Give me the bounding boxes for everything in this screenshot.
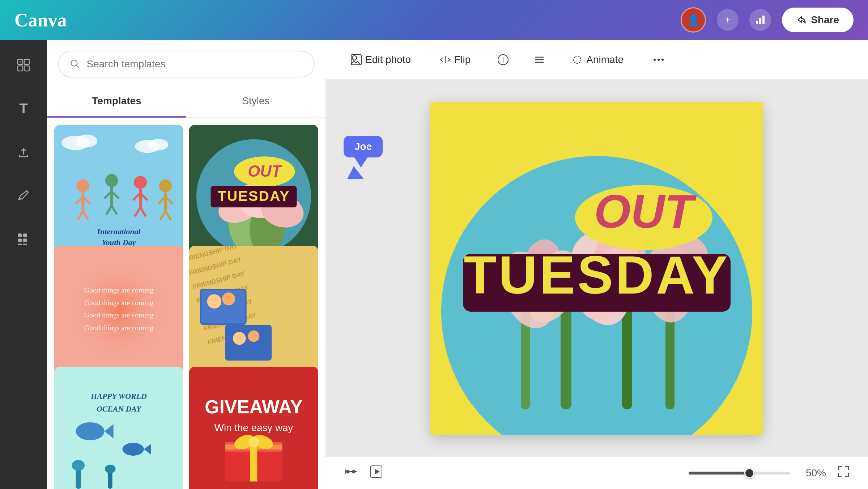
svg-point-106 — [658, 59, 660, 61]
svg-text:OCEAN DAY: OCEAN DAY — [97, 405, 142, 413]
search-bar — [47, 40, 326, 85]
edit-photo-button[interactable]: Edit photo — [344, 49, 418, 71]
svg-point-37 — [159, 180, 172, 193]
sidebar-item-text[interactable]: T — [9, 94, 38, 123]
svg-point-16 — [76, 135, 98, 148]
header: Canva 👤 + Share — [0, 0, 868, 40]
templates-panel: Templates Styles — [47, 40, 326, 489]
svg-rect-12 — [23, 244, 27, 245]
svg-point-18 — [148, 139, 169, 151]
zoom-bar: 50% — [689, 467, 826, 479]
svg-text:International: International — [97, 227, 141, 236]
svg-rect-9 — [18, 239, 22, 242]
play-icon[interactable] — [369, 464, 383, 482]
svg-rect-7 — [18, 233, 22, 237]
upload-icon — [17, 145, 30, 159]
search-input-wrap — [58, 51, 315, 77]
svg-point-83 — [72, 460, 85, 471]
menu-button[interactable] — [528, 49, 550, 71]
tab-templates[interactable]: Templates — [47, 85, 186, 117]
sidebar-item-apps[interactable] — [9, 224, 38, 253]
bottom-bar: 50% — [326, 456, 868, 489]
more-icon — [652, 54, 665, 66]
canvas-viewport: Joe — [326, 80, 868, 456]
svg-rect-4 — [24, 59, 29, 64]
svg-text:HAPPY WORLD: HAPPY WORLD — [90, 392, 147, 401]
template-good-things[interactable]: Good things are coming Good things are c… — [54, 246, 183, 375]
cursor-triangle — [347, 166, 364, 179]
flip-button[interactable]: Flip — [433, 49, 478, 71]
svg-rect-2 — [762, 16, 765, 24]
edit-photo-icon — [351, 54, 362, 65]
svg-point-80 — [122, 443, 144, 456]
svg-point-72 — [207, 294, 222, 309]
svg-text:Good things are coming: Good things are coming — [84, 311, 153, 319]
animate-button[interactable]: Animate — [565, 49, 631, 71]
zoom-track[interactable] — [689, 472, 790, 475]
svg-point-130 — [346, 470, 349, 473]
share-button[interactable]: Share — [782, 8, 854, 32]
svg-text:TUESDAY: TUESDAY — [218, 188, 290, 204]
svg-marker-133 — [375, 469, 380, 475]
svg-rect-11 — [18, 244, 22, 245]
template-ocean-day[interactable]: HAPPY WORLD OCEAN DAY — [54, 367, 183, 489]
info-icon — [497, 54, 509, 66]
template-tuesday-out[interactable]: OUT TUESDAY — [189, 125, 318, 254]
svg-point-73 — [222, 292, 235, 305]
svg-point-13 — [71, 60, 77, 66]
svg-point-85 — [105, 465, 116, 473]
main-canvas[interactable]: OUT TUESDAY — [430, 102, 763, 435]
svg-rect-1 — [759, 18, 761, 24]
sidebar-item-layout[interactable] — [9, 51, 38, 80]
sidebar-item-upload[interactable] — [9, 138, 38, 166]
svg-point-25 — [105, 174, 118, 187]
svg-point-76 — [248, 330, 260, 342]
svg-rect-77 — [54, 367, 183, 489]
sidebar: T — [0, 40, 47, 489]
svg-text:TUESDAY: TUESDAY — [464, 245, 730, 305]
stats-icon — [754, 14, 766, 26]
add-button[interactable]: + — [717, 9, 739, 31]
canva-logo: Canva — [14, 9, 67, 31]
svg-rect-84 — [108, 471, 112, 489]
template-youth-day[interactable]: International Youth Day — [54, 125, 183, 254]
zoom-label: 50% — [797, 467, 826, 479]
animate-icon — [572, 54, 583, 65]
sidebar-item-draw[interactable] — [9, 181, 38, 210]
svg-rect-74 — [225, 325, 272, 361]
search-icon — [69, 58, 81, 70]
timeline-icon[interactable] — [344, 464, 358, 482]
svg-point-57 — [69, 260, 169, 361]
share-icon — [796, 15, 807, 25]
svg-text:Win the easy way: Win the easy way — [214, 422, 293, 434]
info-button[interactable] — [492, 49, 514, 71]
svg-point-97 — [249, 437, 259, 447]
svg-rect-0 — [756, 21, 758, 24]
user-avatar[interactable]: 👤 — [681, 7, 706, 33]
toolbar: Edit photo Flip Animate — [326, 40, 868, 80]
svg-point-107 — [661, 59, 664, 61]
svg-rect-6 — [24, 66, 29, 71]
svg-text:OUT: OUT — [594, 185, 697, 238]
svg-text:Good things are coming: Good things are coming — [84, 286, 153, 294]
svg-point-75 — [233, 332, 246, 345]
tab-styles[interactable]: Styles — [186, 85, 326, 117]
search-input[interactable] — [87, 58, 303, 70]
svg-point-105 — [654, 59, 656, 61]
svg-text:Good things are coming: Good things are coming — [84, 299, 153, 307]
template-giveaway[interactable]: GIVEAWAY Win the easy way — [189, 367, 318, 489]
more-button[interactable] — [645, 49, 672, 71]
template-friendship-day[interactable]: FRIENDSHIP DAY FRIENDSHIP DAY FRIENDSHIP… — [189, 246, 318, 375]
zoom-thumb[interactable] — [744, 468, 754, 478]
stats-button[interactable] — [749, 9, 771, 31]
tabs: Templates Styles — [47, 85, 326, 118]
menu-icon — [533, 54, 545, 66]
svg-rect-10 — [23, 239, 27, 242]
svg-point-98 — [352, 56, 357, 60]
expand-icon[interactable] — [837, 465, 850, 481]
template-grid: International Youth Day OUT T — [47, 118, 326, 489]
draw-icon — [17, 189, 30, 202]
svg-point-78 — [76, 422, 105, 440]
text-icon: T — [19, 101, 27, 117]
flip-icon — [440, 54, 451, 65]
